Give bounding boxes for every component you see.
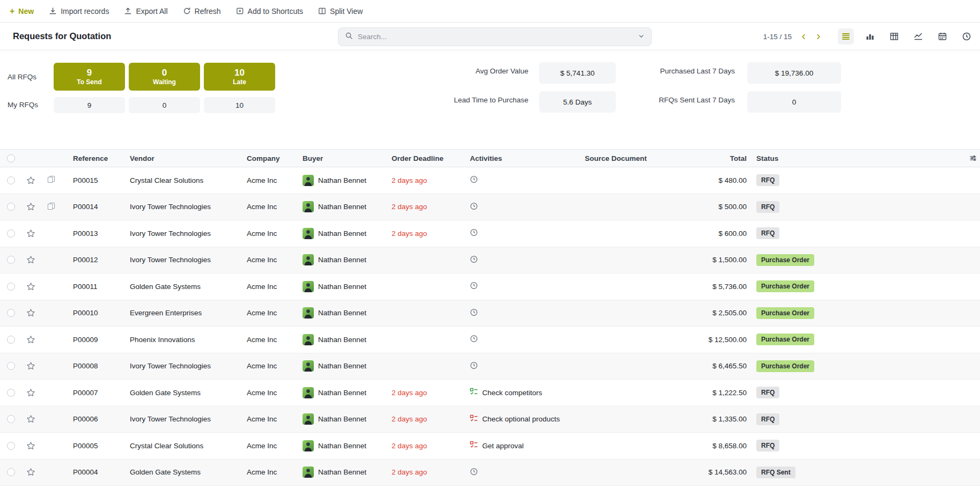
activities-cell[interactable]: Check optional products bbox=[459, 414, 561, 424]
clock-icon[interactable] bbox=[470, 255, 478, 265]
header-order-deadline[interactable]: Order Deadline bbox=[381, 154, 459, 162]
bar-chart-view-icon[interactable] bbox=[862, 28, 878, 45]
duplicate-icon[interactable] bbox=[47, 202, 55, 212]
activities-cell[interactable] bbox=[459, 202, 561, 212]
star-icon[interactable] bbox=[21, 361, 40, 371]
clock-icon[interactable] bbox=[470, 281, 478, 291]
activity-view-icon[interactable] bbox=[959, 28, 975, 45]
star-icon[interactable] bbox=[21, 335, 40, 344]
star-icon[interactable] bbox=[21, 414, 40, 424]
activities-cell[interactable]: Check competitors bbox=[459, 388, 561, 397]
kpi-my-late[interactable]: 10 bbox=[204, 97, 275, 113]
row-checkbox[interactable] bbox=[7, 309, 15, 317]
checklist-icon[interactable] bbox=[470, 441, 478, 450]
star-icon[interactable] bbox=[21, 176, 40, 185]
split-view-button[interactable]: Split View bbox=[318, 7, 363, 16]
clock-icon[interactable] bbox=[470, 308, 478, 318]
list-view-icon[interactable] bbox=[838, 28, 854, 45]
checklist-icon[interactable] bbox=[470, 388, 478, 397]
clock-icon[interactable] bbox=[470, 468, 478, 477]
checklist-icon[interactable] bbox=[470, 414, 478, 424]
add-to-shortcuts-button[interactable]: Add to Shortcuts bbox=[236, 7, 304, 16]
select-all-checkbox[interactable] bbox=[7, 154, 15, 162]
table-row[interactable]: P00009Phoenix InnovationsAcme IncNathan … bbox=[0, 327, 980, 353]
filter-all-rfqs[interactable]: All RFQs bbox=[8, 73, 36, 81]
row-checkbox[interactable] bbox=[7, 229, 15, 238]
table-row[interactable]: P00015Crystal Clear SolutionsAcme IncNat… bbox=[0, 167, 980, 194]
calendar-view-icon[interactable] bbox=[934, 28, 950, 45]
activities-cell[interactable] bbox=[459, 228, 561, 238]
star-icon[interactable] bbox=[21, 308, 40, 317]
header-total[interactable]: Total bbox=[670, 154, 751, 162]
table-row[interactable]: P00011Golden Gate SystemsAcme IncNathan … bbox=[0, 273, 980, 300]
search-bar[interactable] bbox=[338, 27, 652, 46]
header-status[interactable]: Status bbox=[751, 154, 966, 162]
header-vendor[interactable]: Vendor bbox=[119, 154, 236, 162]
kpi-button-late[interactable]: 10 Late bbox=[204, 63, 275, 91]
pager-prev-icon[interactable] bbox=[800, 33, 807, 40]
star-icon[interactable] bbox=[21, 255, 40, 264]
clock-icon[interactable] bbox=[470, 228, 478, 238]
header-company[interactable]: Company bbox=[236, 154, 292, 162]
adjust-columns-icon[interactable] bbox=[966, 154, 980, 162]
chevron-down-icon[interactable] bbox=[638, 32, 645, 42]
row-checkbox[interactable] bbox=[7, 256, 15, 264]
clock-icon[interactable] bbox=[470, 361, 478, 371]
clock-icon[interactable] bbox=[470, 202, 478, 212]
row-checkbox[interactable] bbox=[7, 203, 15, 211]
duplicate-icon[interactable] bbox=[47, 175, 55, 185]
row-checkbox[interactable] bbox=[7, 176, 15, 184]
header-activities[interactable]: Activities bbox=[459, 154, 561, 162]
table-row[interactable]: P00013Ivory Tower TechnologiesAcme IncNa… bbox=[0, 220, 980, 247]
row-checkbox[interactable] bbox=[7, 389, 15, 397]
activities-cell[interactable] bbox=[459, 468, 561, 477]
stat-purchased-7d[interactable]: $ 19,736.00 bbox=[747, 62, 841, 84]
table-row[interactable]: P00010Evergreen EnterprisesAcme IncNatha… bbox=[0, 300, 980, 327]
table-row[interactable]: P00007Golden Gate SystemsAcme IncNathan … bbox=[0, 380, 980, 406]
header-source-document[interactable]: Source Document bbox=[561, 154, 670, 162]
refresh-button[interactable]: Refresh bbox=[183, 7, 221, 16]
export-all-button[interactable]: Export All bbox=[124, 7, 167, 16]
row-checkbox[interactable] bbox=[7, 336, 15, 344]
kpi-my-to-send[interactable]: 9 bbox=[54, 97, 125, 113]
star-icon[interactable] bbox=[21, 388, 40, 397]
clock-icon[interactable] bbox=[470, 175, 478, 185]
activities-cell[interactable] bbox=[459, 335, 561, 344]
table-row[interactable]: P00006Ivory Tower TechnologiesAcme IncNa… bbox=[0, 406, 980, 433]
row-checkbox[interactable] bbox=[7, 415, 15, 423]
star-icon[interactable] bbox=[21, 229, 40, 238]
header-buyer[interactable]: Buyer bbox=[292, 154, 381, 162]
activities-cell[interactable] bbox=[459, 361, 561, 371]
row-checkbox[interactable] bbox=[7, 283, 15, 291]
star-icon[interactable] bbox=[21, 202, 40, 211]
star-icon[interactable] bbox=[21, 282, 40, 291]
table-row[interactable]: P00005Crystal Clear SolutionsAcme IncNat… bbox=[0, 433, 980, 460]
line-chart-view-icon[interactable] bbox=[910, 28, 926, 45]
table-row[interactable]: P00014Ivory Tower TechnologiesAcme IncNa… bbox=[0, 194, 980, 221]
filter-my-rfqs[interactable]: My RFQs bbox=[8, 101, 38, 109]
kpi-button-to-send[interactable]: 9 To Send bbox=[54, 63, 125, 91]
activities-cell[interactable] bbox=[459, 308, 561, 318]
activities-cell[interactable] bbox=[459, 255, 561, 265]
star-icon[interactable] bbox=[21, 468, 40, 477]
row-checkbox[interactable] bbox=[7, 442, 15, 450]
kpi-button-waiting[interactable]: 0 Waiting bbox=[129, 63, 200, 91]
import-records-button[interactable]: Import records bbox=[49, 7, 109, 16]
header-reference[interactable]: Reference bbox=[62, 154, 119, 162]
new-button[interactable]: + New bbox=[10, 6, 34, 16]
activities-cell[interactable] bbox=[459, 175, 561, 185]
pivot-view-icon[interactable] bbox=[886, 28, 902, 45]
row-checkbox[interactable] bbox=[7, 362, 15, 370]
row-checkbox[interactable] bbox=[7, 468, 15, 476]
stat-rfqs-sent-7d[interactable]: 0 bbox=[747, 91, 841, 113]
activities-cell[interactable] bbox=[459, 281, 561, 291]
search-input[interactable] bbox=[358, 33, 633, 41]
table-row[interactable]: P00008Ivory Tower TechnologiesAcme IncNa… bbox=[0, 353, 980, 380]
kpi-my-waiting[interactable]: 0 bbox=[129, 97, 200, 113]
table-row[interactable]: P00012Ivory Tower TechnologiesAcme IncNa… bbox=[0, 247, 980, 274]
activities-cell[interactable]: Get approval bbox=[459, 441, 561, 450]
star-icon[interactable] bbox=[21, 441, 40, 450]
table-row[interactable]: P00004Golden Gate SystemsAcme IncNathan … bbox=[0, 460, 980, 486]
pager-next-icon[interactable] bbox=[815, 33, 822, 40]
clock-icon[interactable] bbox=[470, 335, 478, 344]
